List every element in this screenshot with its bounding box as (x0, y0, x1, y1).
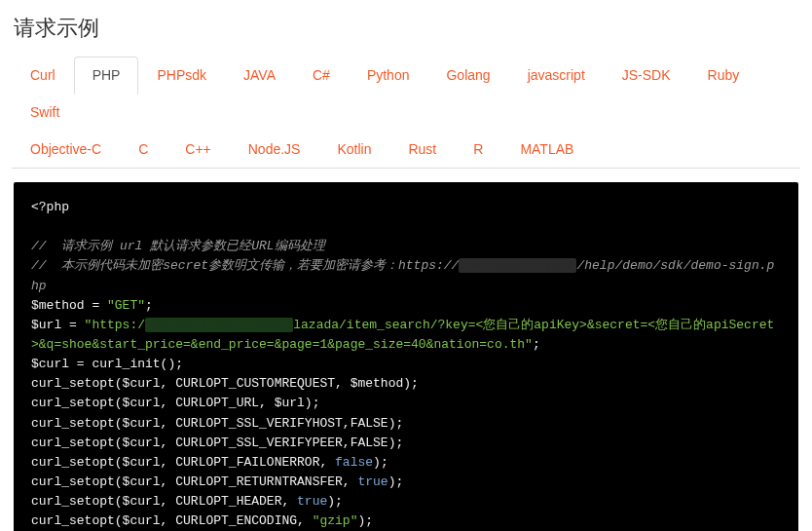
code-line-method: $method = "GET"; (31, 298, 153, 313)
code-line-opt1: curl_setopt($curl, CURLOPT_CUSTOMREQUEST… (31, 376, 419, 391)
section-title: 请求示例 (14, 14, 800, 43)
code-line-opt8: curl_setopt($curl, CURLOPT_ENCODING, "gz… (31, 513, 373, 528)
tab-row-2: Objective-C C C++ Node.JS Kotlin Rust R … (12, 131, 800, 168)
tab-golang[interactable]: Golang (427, 57, 508, 94)
code-line-init: $curl = curl_init(); (31, 357, 183, 371)
tab-php[interactable]: PHP (74, 57, 139, 95)
tab-ruby[interactable]: Ruby (689, 57, 758, 94)
tab-c[interactable]: C (120, 131, 166, 168)
tab-python[interactable]: Python (349, 57, 428, 94)
tab-rust[interactable]: Rust (389, 131, 455, 168)
tab-matlab[interactable]: MATLAB (501, 131, 592, 168)
tab-java[interactable]: JAVA (225, 57, 294, 94)
code-line-opt4: curl_setopt($curl, CURLOPT_SSL_VERIFYPEE… (31, 436, 403, 450)
code-line-url: $url = "https:/xxxxxxxxxxxxxxxxxxxlazada… (31, 318, 774, 352)
code-line-opt7: curl_setopt($curl, CURLOPT_HEADER, true)… (31, 494, 343, 509)
language-tabs: Curl PHP PHPsdk JAVA C# Python Golang ja… (12, 57, 800, 169)
tab-row-1: Curl PHP PHPsdk JAVA C# Python Golang ja… (12, 57, 800, 131)
code-line-opt2: curl_setopt($curl, CURLOPT_URL, $url); (31, 396, 319, 410)
tab-r[interactable]: R (455, 131, 501, 168)
tab-nodejs[interactable]: Node.JS (230, 131, 319, 168)
tab-kotlin[interactable]: Kotlin (318, 131, 389, 168)
tab-javascript[interactable]: javascript (509, 57, 604, 94)
code-comment-1: // 请求示例 url 默认请求参数已经URL编码处理 (31, 239, 325, 253)
code-comment-2: // 本示例代码未加密secret参数明文传输，若要加密请参考：https://… (31, 258, 774, 292)
tab-swift[interactable]: Swift (12, 94, 78, 131)
code-line-opt6: curl_setopt($curl, CURLOPT_RETURNTRANSFE… (31, 474, 403, 489)
tab-cpp[interactable]: C++ (166, 131, 229, 168)
code-open: <?php (31, 200, 69, 214)
tab-csharp[interactable]: C# (294, 57, 349, 94)
tab-objc[interactable]: Objective-C (12, 131, 120, 168)
code-line-opt5: curl_setopt($curl, CURLOPT_FAILONERROR, … (31, 455, 388, 470)
code-line-opt3: curl_setopt($curl, CURLOPT_SSL_VERIFYHOS… (31, 416, 403, 431)
tab-jssdk[interactable]: JS-SDK (604, 57, 689, 94)
tab-curl[interactable]: Curl (12, 57, 74, 94)
tab-phpsdk[interactable]: PHPsdk (138, 57, 225, 94)
code-block: <?php // 请求示例 url 默认请求参数已经URL编码处理 // 本示例… (14, 182, 798, 531)
